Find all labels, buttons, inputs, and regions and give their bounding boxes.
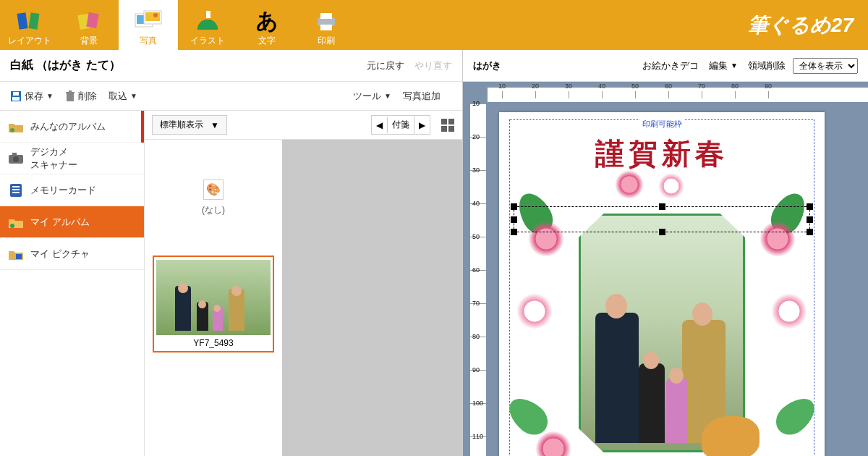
svg-rect-22 (12, 153, 17, 156)
region-delete-button[interactable]: 領域削除 (748, 59, 786, 72)
sidebar-item-label: マイ ピクチャ (30, 248, 90, 261)
vertical-ruler: 10 20 30 40 50 60 70 80 90 100 110 (470, 104, 486, 456)
memory-card-icon (7, 182, 25, 199)
photo-frame-octagon[interactable] (579, 214, 745, 452)
trash-icon (65, 90, 75, 102)
svg-rect-25 (12, 189, 20, 190)
thumbnail-panel: 標準順表示▼ ◀ 付箋 ▶ 🎨 (なし) (145, 111, 462, 456)
svg-rect-1 (29, 12, 40, 29)
sidebar-item-everyones-album[interactable]: みんなのアルバム (0, 111, 144, 143)
svg-rect-16 (67, 93, 74, 101)
svg-point-8 (153, 13, 158, 17)
tab-illustration[interactable]: イラスト (178, 0, 237, 50)
background-icon (75, 7, 103, 35)
sidebar-item-label: メモリーカード (30, 184, 96, 197)
thumbnail-empty-area (282, 140, 462, 456)
drawing-deco-button[interactable]: お絵かきデコ (642, 59, 699, 72)
thumbnail-image (156, 260, 271, 335)
sidebar-item-my-album[interactable]: マイ アルバム (0, 206, 144, 238)
redo-button[interactable]: やり直す (414, 59, 452, 72)
undo-button[interactable]: 元に戻す (367, 59, 404, 72)
illustration-icon (193, 7, 222, 35)
thumbnail-none-label: (なし) (202, 204, 225, 216)
folder-person-icon (7, 214, 25, 231)
svg-point-27 (10, 224, 14, 228)
delete-button[interactable]: 削除 (65, 90, 97, 103)
right-panel: はがき お絵かきデコ 編集▼ 領域削除 全体を表示 10 20 30 40 50… (463, 50, 868, 456)
boar-illustration (702, 416, 760, 456)
greeting-text[interactable]: 謹賀新春 (499, 134, 825, 174)
tab-photo[interactable]: 写真 (119, 0, 178, 50)
sidebar-item-camera-scanner[interactable]: デジカメ スキャナー (0, 143, 144, 174)
add-photo-button[interactable]: 写真追加 (403, 90, 441, 103)
svg-rect-26 (12, 192, 20, 193)
tool-button[interactable]: ツール▼ (353, 90, 391, 103)
svg-rect-3 (86, 12, 98, 28)
sidebar-item-label: みんなのアルバム (30, 120, 106, 133)
album-sidebar: みんなのアルバム デジカメ スキャナー メモリーカード マイ アルバム (0, 111, 145, 456)
horizontal-ruler: 10 20 30 40 50 60 70 80 90 (488, 88, 868, 102)
tab-layout[interactable]: レイアウト (0, 0, 59, 50)
grid-view-icon[interactable] (441, 118, 455, 132)
import-button[interactable]: 取込▼ (109, 90, 137, 103)
sticky-prev-button[interactable]: ◀ (372, 117, 388, 133)
sticky-label[interactable]: 付箋 (388, 116, 414, 134)
svg-rect-7 (145, 12, 160, 21)
svg-rect-15 (12, 97, 20, 101)
thumbnail-toolbar: 標準順表示▼ ◀ 付箋 ▶ (145, 111, 462, 140)
layout-icon (15, 7, 44, 35)
palette-icon: 🎨 (203, 180, 224, 200)
top-tab-bar: レイアウト 背景 写真 イラスト あ 文字 印刷 筆ぐるめ27 (0, 0, 868, 50)
thumbnail-none[interactable]: 🎨 (なし) (156, 147, 271, 248)
folder-people-icon (7, 118, 25, 135)
svg-rect-17 (66, 92, 75, 93)
app-brand: 筆ぐるめ27 (748, 0, 868, 50)
svg-rect-32 (448, 126, 454, 132)
sort-order-button[interactable]: 標準順表示▼ (152, 115, 227, 135)
svg-rect-28 (16, 254, 22, 259)
postcard-canvas[interactable]: 印刷可能枠 謹賀新春 (499, 112, 825, 456)
svg-rect-31 (441, 126, 447, 132)
canvas-toolbar: はがき お絵かきデコ 編集▼ 領域削除 全体を表示 (463, 50, 868, 82)
svg-rect-18 (69, 90, 72, 92)
text-icon: あ (252, 7, 281, 35)
sidebar-item-memory-card[interactable]: メモリーカード (0, 174, 144, 206)
tab-label: 文字 (258, 35, 276, 47)
thumbnail-item-selected[interactable]: YF7_5493 (153, 256, 274, 352)
tab-text[interactable]: あ 文字 (237, 0, 297, 50)
sticky-note-control[interactable]: ◀ 付箋 ▶ (371, 115, 430, 135)
selection-indicator (141, 111, 144, 143)
svg-rect-29 (441, 119, 447, 124)
zoom-select[interactable]: 全体を表示 (793, 58, 858, 74)
sidebar-item-label: マイ アルバム (30, 216, 90, 229)
photo-icon (134, 7, 163, 35)
folder-pictures-icon (7, 245, 25, 263)
print-icon (312, 7, 341, 35)
edit-menu-button[interactable]: 編集▼ (709, 59, 738, 72)
family-photo (581, 216, 743, 450)
sidebar-item-label: デジカメ スキャナー (30, 145, 77, 172)
svg-rect-9 (206, 11, 210, 18)
save-button[interactable]: 保存▼ (10, 90, 54, 103)
tab-label: 印刷 (318, 35, 335, 47)
svg-rect-30 (448, 119, 454, 124)
left-header: 白紙 （はがき たて） 元に戻す やり直す (0, 50, 462, 82)
tab-label: イラスト (190, 35, 225, 47)
svg-rect-24 (12, 186, 20, 187)
sticky-next-button[interactable]: ▶ (414, 117, 430, 133)
thumbnail-caption: YF7_5493 (193, 335, 233, 348)
tab-print[interactable]: 印刷 (297, 0, 356, 50)
tab-label: 写真 (140, 35, 157, 47)
sidebar-item-my-pictures[interactable]: マイ ピクチャ (0, 238, 144, 270)
tab-background[interactable]: 背景 (59, 0, 119, 50)
left-panel: 白紙 （はがき たて） 元に戻す やり直す 保存▼ 削除 取込▼ ツール▼ 写真… (0, 50, 463, 456)
camera-icon (7, 150, 25, 167)
tab-label: レイアウト (8, 35, 51, 47)
svg-point-21 (13, 156, 19, 162)
svg-point-19 (10, 128, 14, 132)
svg-rect-11 (320, 13, 332, 19)
document-title: 白紙 （はがき たて） (10, 58, 121, 73)
save-icon (10, 90, 22, 102)
canvas-area[interactable]: 10 20 30 40 50 60 70 80 90 10 20 30 40 5… (463, 82, 868, 456)
selection-box-top[interactable] (514, 206, 810, 232)
